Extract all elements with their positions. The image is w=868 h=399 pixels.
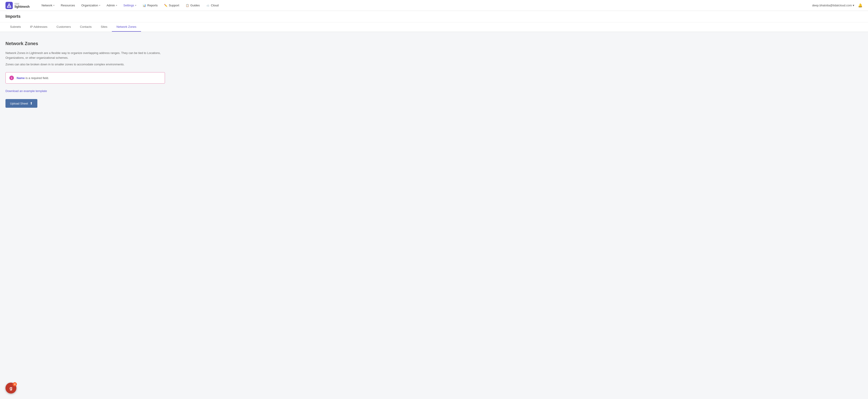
navbar-right: deep.bhalotia@tidalcloud.com ▾ 🔔 bbox=[812, 3, 863, 7]
tabs-bar: Subnets IP Addresses Customers Contacts … bbox=[0, 22, 868, 32]
page-title: Imports bbox=[5, 14, 863, 19]
nav-guides[interactable]: 📋 Guides bbox=[183, 2, 203, 8]
user-email[interactable]: deep.bhalotia@tidalcloud.com ▾ bbox=[812, 4, 854, 7]
chevron-down-icon: ▾ bbox=[135, 4, 136, 7]
logo-tidal: tidal bbox=[14, 3, 30, 5]
alert-text: Name is a required field. bbox=[17, 76, 49, 80]
logo-lightmesh: lightmesh bbox=[14, 5, 30, 8]
chevron-down-icon: ▾ bbox=[53, 4, 55, 7]
tab-subnets[interactable]: Subnets bbox=[5, 22, 26, 32]
nav-cloud[interactable]: ☁️ Cloud bbox=[204, 2, 221, 8]
nav-admin[interactable]: Admin ▾ bbox=[104, 2, 120, 8]
notification-bell-icon[interactable]: 🔔 bbox=[858, 3, 863, 7]
nav-organization[interactable]: Organization ▾ bbox=[79, 2, 103, 8]
nav-items: Network ▾ Resources Organization ▾ Admin… bbox=[39, 2, 812, 8]
nav-network[interactable]: Network ▾ bbox=[39, 2, 57, 8]
main-content: Network Zones Network Zones in Lightmesh… bbox=[0, 32, 205, 117]
nav-support[interactable]: ✏️ Support bbox=[161, 2, 182, 8]
validation-alert: i Name is a required field. bbox=[5, 72, 165, 84]
nav-resources[interactable]: Resources bbox=[58, 2, 78, 8]
tab-network-zones[interactable]: Network Zones bbox=[112, 22, 141, 32]
alert-icon: i bbox=[9, 76, 14, 80]
section-description-line2: Zones can also be broken down in to smal… bbox=[5, 62, 165, 67]
upload-icon: ⬆ bbox=[30, 101, 33, 105]
tab-customers[interactable]: Customers bbox=[52, 22, 75, 32]
nav-settings[interactable]: Settings ▾ bbox=[121, 2, 139, 8]
tab-contacts[interactable]: Contacts bbox=[75, 22, 96, 32]
svg-rect-0 bbox=[5, 2, 13, 9]
chevron-down-icon: ▾ bbox=[116, 4, 117, 7]
chevron-down-icon: ▾ bbox=[99, 4, 100, 7]
navbar: tidal lightmesh Network ▾ Resources Orga… bbox=[0, 0, 868, 11]
download-template-link[interactable]: Download an example template bbox=[5, 89, 47, 93]
upload-sheet-button[interactable]: Upload Sheet ⬆ bbox=[5, 99, 37, 108]
section-description-line1: Network Zones in Lightmesh are a flexibl… bbox=[5, 51, 165, 60]
section-title: Network Zones bbox=[5, 41, 199, 46]
tab-sites[interactable]: Sites bbox=[96, 22, 112, 32]
tab-ip-addresses[interactable]: IP Addresses bbox=[26, 22, 52, 32]
nav-reports[interactable]: 📊 Reports bbox=[140, 2, 161, 8]
page-header: Imports bbox=[0, 11, 868, 22]
logo[interactable]: tidal lightmesh bbox=[5, 2, 30, 9]
chevron-down-icon: ▾ bbox=[853, 4, 854, 7]
